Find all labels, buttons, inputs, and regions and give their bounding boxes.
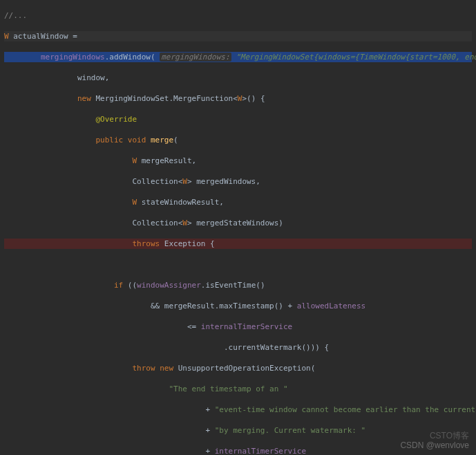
keyword: new xyxy=(77,94,91,103)
keyword: throw new xyxy=(132,364,173,373)
param-hint-value: "MergingWindowSet{windows={TimeWindow{st… xyxy=(231,53,476,62)
type: W xyxy=(132,156,141,165)
code-editor[interactable]: //... W actualWindow = mergingWindows.ad… xyxy=(0,0,476,455)
text: > mergedStateWindows) xyxy=(187,219,283,228)
code-line: <= internalTimerService xyxy=(4,322,472,332)
type: W xyxy=(132,198,141,207)
text: Collection< xyxy=(4,177,182,186)
keyword: throws xyxy=(132,239,160,248)
code-line: @Override xyxy=(4,114,472,124)
comment-text: //... xyxy=(4,11,27,20)
indent xyxy=(4,364,132,373)
indent xyxy=(4,53,41,62)
code-line-selected: mergingWindows.addWindow( mergingWindows… xyxy=(4,52,472,62)
indent xyxy=(4,94,77,103)
text: + xyxy=(4,447,215,455)
keyword: W xyxy=(4,32,13,41)
code-line: W mergeResult, xyxy=(4,156,472,166)
text: window, xyxy=(4,73,109,82)
code-line xyxy=(4,259,472,270)
code-line: "The end timestamp of an " xyxy=(4,384,472,394)
param-hint: mergingWindows: xyxy=(160,53,231,62)
field: internalTimerService xyxy=(201,322,292,331)
text: >() { xyxy=(242,94,265,103)
indent xyxy=(4,136,95,145)
text: && mergeResult.maxTimestamp() + xyxy=(4,301,297,310)
code-line: && mergeResult.maxTimestamp() + allowedL… xyxy=(4,301,472,311)
code-line-error: throws Exception { xyxy=(4,239,472,249)
text: .addWindow( xyxy=(105,53,160,62)
text: MergingWindowSet.MergeFunction< xyxy=(91,94,238,103)
keyword: public void xyxy=(95,136,150,145)
field: internalTimerService xyxy=(215,447,306,455)
indent xyxy=(4,156,132,165)
code-line: new MergingWindowSet.MergeFunction<W>() … xyxy=(4,93,472,104)
text: <= xyxy=(4,322,201,331)
code-line: W stateWindowResult, xyxy=(4,197,472,207)
string: "event-time window cannot become earlier… xyxy=(215,405,476,414)
text: + xyxy=(4,405,215,414)
code-line: W actualWindow = xyxy=(4,31,472,41)
annotation: @Override xyxy=(95,115,137,124)
text: (( xyxy=(123,281,137,290)
field: windowAssigner xyxy=(137,281,201,290)
indent xyxy=(4,384,169,393)
indent xyxy=(4,115,95,124)
method-name: merge xyxy=(151,136,173,145)
string: "by merging. Current watermark: " xyxy=(215,426,366,435)
code-line: window, xyxy=(4,73,472,83)
param: mergeResult, xyxy=(142,156,196,165)
identifier: actualWindow xyxy=(13,32,68,41)
code-line: + "event-time window cannot become earli… xyxy=(4,405,472,415)
code-line: .currentWatermark())) { xyxy=(4,342,472,353)
param: stateWindowResult, xyxy=(142,198,224,207)
code-line: if ((windowAssigner.isEventTime() xyxy=(4,280,472,290)
indent xyxy=(4,198,132,207)
code-line: throw new UnsupportedOperationException( xyxy=(4,363,472,373)
text: + xyxy=(4,426,215,435)
code-line: //... xyxy=(4,10,472,21)
type-param: W xyxy=(182,219,187,228)
indent xyxy=(4,239,132,248)
text: UnsupportedOperationException( xyxy=(173,364,315,373)
code-line: + "by merging. Current watermark: " xyxy=(4,425,472,436)
code-line: Collection<W> mergedStateWindows) xyxy=(4,218,472,228)
field: mergingWindows xyxy=(41,53,105,62)
text: .isEventTime() xyxy=(201,281,265,290)
text: ( xyxy=(173,136,178,145)
text: Collection< xyxy=(4,219,182,228)
code-line: + internalTimerService xyxy=(4,446,472,455)
text: > mergedWindows, xyxy=(187,177,260,186)
string: "The end timestamp of an " xyxy=(169,384,287,393)
text: Exception { xyxy=(160,239,214,248)
text: = xyxy=(68,32,77,41)
keyword: if xyxy=(114,281,123,290)
text: .currentWatermark())) { xyxy=(4,343,329,352)
type-param: W xyxy=(182,177,187,186)
code-line: public void merge( xyxy=(4,135,472,145)
indent xyxy=(4,281,114,290)
field: allowedLateness xyxy=(297,301,365,310)
code-line: Collection<W> mergedWindows, xyxy=(4,176,472,187)
